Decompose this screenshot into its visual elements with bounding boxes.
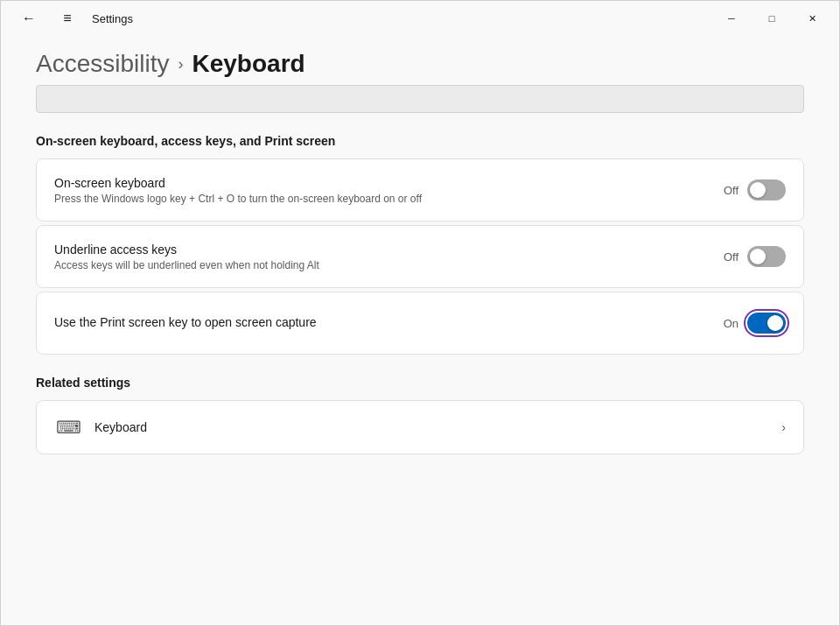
onscreen-keyboard-card: On-screen keyboard Press the Windows log… <box>36 158 804 222</box>
underline-access-keys-thumb <box>750 249 766 264</box>
breadcrumb-parent[interactable]: Accessibility <box>36 50 169 78</box>
chevron-right-icon: › <box>781 420 786 434</box>
breadcrumb-current: Keyboard <box>192 50 304 78</box>
underline-access-keys-toggle[interactable] <box>747 246 786 267</box>
section1-title: On-screen keyboard, access keys, and Pri… <box>36 134 804 148</box>
underline-access-keys-card: Underline access keys Access keys will b… <box>36 225 804 288</box>
underline-access-keys-desc: Access keys will be underlined even when… <box>54 259 724 271</box>
close-button[interactable]: ✕ <box>792 4 832 32</box>
print-screen-label: Use the Print screen key to open screen … <box>54 315 724 329</box>
title-bar: ← ≡ Settings ─ □ ✕ <box>1 1 839 36</box>
related-settings-section: Related settings ⌨ Keyboard › <box>36 376 804 454</box>
print-screen-card: Use the Print screen key to open screen … <box>36 292 804 355</box>
print-screen-track <box>747 313 786 334</box>
underline-access-keys-status: Off <box>724 250 738 264</box>
hamburger-button[interactable]: ≡ <box>53 4 81 32</box>
print-screen-status: On <box>724 317 738 330</box>
title-bar-title: Settings <box>92 12 133 25</box>
related-keyboard-label: Keyboard <box>94 420 147 434</box>
print-screen-toggle[interactable] <box>747 313 786 334</box>
onscreen-keyboard-right: Off <box>724 179 786 200</box>
minimize-button[interactable]: ─ <box>711 4 752 32</box>
breadcrumb: Accessibility › Keyboard <box>36 36 804 85</box>
onscreen-keyboard-text: On-screen keyboard Press the Windows log… <box>54 176 724 205</box>
print-screen-thumb <box>767 315 783 331</box>
onscreen-keyboard-track <box>747 179 786 200</box>
search-bar[interactable] <box>36 85 804 113</box>
onscreen-keyboard-toggle[interactable] <box>747 179 786 200</box>
onscreen-keyboard-status: Off <box>724 184 738 197</box>
back-button[interactable]: ← <box>15 4 43 32</box>
related-keyboard-left: ⌨ Keyboard <box>54 415 147 440</box>
title-bar-controls: ─ □ ✕ <box>711 4 832 32</box>
underline-access-keys-text: Underline access keys Access keys will b… <box>54 243 724 271</box>
keyboard-icon: ⌨ <box>54 415 82 440</box>
section2-title: Related settings <box>36 376 804 390</box>
breadcrumb-chevron: › <box>178 55 183 74</box>
settings-window: ← ≡ Settings ─ □ ✕ Accessibility › Keybo… <box>0 0 840 626</box>
title-bar-left: ← ≡ Settings <box>15 4 133 32</box>
underline-access-keys-right: Off <box>724 246 786 267</box>
print-screen-right: On <box>724 313 786 334</box>
underline-access-keys-track <box>747 246 786 267</box>
underline-access-keys-label: Underline access keys <box>54 243 724 257</box>
content-area: Accessibility › Keyboard On-screen keybo… <box>1 36 839 625</box>
onscreen-keyboard-desc: Press the Windows logo key + Ctrl + O to… <box>54 193 724 205</box>
print-screen-text: Use the Print screen key to open screen … <box>54 315 724 332</box>
maximize-button[interactable]: □ <box>752 4 792 32</box>
onscreen-keyboard-thumb <box>750 182 766 198</box>
related-keyboard-card[interactable]: ⌨ Keyboard › <box>36 400 804 454</box>
onscreen-keyboard-label: On-screen keyboard <box>54 176 724 190</box>
